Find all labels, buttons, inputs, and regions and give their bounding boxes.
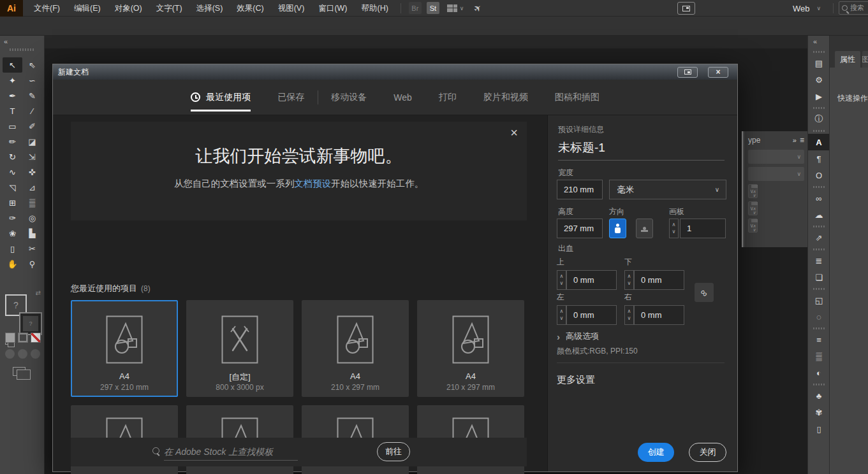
rectangle-tool[interactable]: ▭: [3, 118, 22, 134]
dialog-close-button[interactable]: ×: [708, 67, 728, 78]
character-icon[interactable]: A: [808, 134, 830, 150]
perspective-grid-tool[interactable]: ⊿: [22, 180, 42, 195]
draw-normal-button[interactable]: [5, 349, 15, 359]
column-graph-tool[interactable]: ▙: [22, 226, 42, 241]
bleed-stepper[interactable]: ∧∨: [624, 305, 634, 325]
stock-search-input[interactable]: [164, 443, 298, 461]
dialog-titlebar[interactable]: 新建文档 ×: [53, 64, 737, 80]
swap-fill-stroke-icon[interactable]: ⇄: [36, 289, 41, 296]
transparency-icon[interactable]: ◐: [808, 364, 830, 381]
menu-item[interactable]: 选择(S): [189, 0, 230, 17]
lasso-tool[interactable]: ∽: [22, 73, 42, 88]
recent-item[interactable]: [自定] 800 x 3000 px: [186, 300, 293, 397]
export-icon[interactable]: ⇗: [808, 229, 830, 246]
links-icon[interactable]: ∞: [808, 190, 830, 206]
curvature-tool[interactable]: ✎: [22, 88, 42, 103]
dialog-tab[interactable]: 移动设备: [331, 80, 367, 115]
expand-panel-icon[interactable]: »: [793, 136, 796, 144]
menu-item[interactable]: 文字(T): [149, 0, 189, 17]
width-tool[interactable]: ∿: [3, 164, 22, 180]
grip-handle[interactable]: [10, 48, 35, 51]
tab-properties[interactable]: 属性: [835, 51, 860, 68]
panel-field[interactable]: ∧∨ ∨: [748, 184, 758, 198]
screen-mode-button[interactable]: [13, 367, 26, 376]
paragraph-icon[interactable]: ¶: [808, 150, 830, 167]
bridge-icon[interactable]: Br: [409, 2, 422, 14]
tab-layers-partial[interactable]: 图: [862, 51, 868, 68]
bleed-stepper[interactable]: ∧∨: [624, 270, 634, 290]
pathfinder-icon[interactable]: ❏: [808, 269, 830, 285]
gradient-panel-icon[interactable]: ▒: [808, 348, 830, 364]
gpu-performance-icon[interactable]: ✈: [472, 2, 484, 15]
color-button[interactable]: [5, 333, 15, 343]
bleed-value-input[interactable]: 0 mm: [566, 270, 617, 290]
info-icon[interactable]: ⓘ: [808, 111, 830, 127]
paintbrush-tool[interactable]: ✐: [22, 118, 42, 134]
close-button[interactable]: 关闭: [689, 443, 726, 462]
opentype-icon[interactable]: O: [808, 167, 830, 183]
selection-preview-icon[interactable]: ◌: [808, 308, 830, 325]
menu-item[interactable]: 编辑(E): [67, 0, 108, 17]
panel-menu-icon[interactable]: ≡: [800, 136, 804, 145]
menu-item[interactable]: 文件(F): [27, 0, 67, 17]
artboards-icon[interactable]: ▯: [808, 420, 830, 437]
slice-tool[interactable]: ✂: [22, 241, 42, 256]
stroke-icon[interactable]: ≡: [808, 331, 830, 348]
dialog-tab[interactable]: 最近使用项: [191, 80, 251, 115]
collapse-dock-icon[interactable]: «: [813, 38, 816, 45]
zoom-tool[interactable]: ⚲: [22, 256, 42, 271]
dialog-tab[interactable]: 打印: [439, 80, 457, 115]
stroke-swatch[interactable]: ?: [20, 313, 41, 334]
symbol-sprayer-tool[interactable]: ❀: [3, 226, 22, 241]
dialog-tab[interactable]: 图稿和插图: [555, 80, 600, 115]
selection-tool[interactable]: ↖: [3, 57, 22, 73]
link-bleed-values-button[interactable]: ∞: [695, 283, 714, 302]
menu-item[interactable]: 帮助(H): [355, 0, 395, 17]
dialog-tab[interactable]: Web: [394, 80, 412, 115]
panel-field[interactable]: ∧∨ ∨: [748, 201, 758, 215]
create-button[interactable]: 创建: [638, 443, 674, 462]
workspace-switcher[interactable]: Web ∨: [793, 0, 823, 17]
dialog-restore-button[interactable]: [677, 67, 698, 78]
shear-tool[interactable]: ◹: [3, 180, 22, 195]
magic-wand-tool[interactable]: ✦: [3, 73, 22, 88]
panel-field[interactable]: ∧∨ ∨: [748, 219, 758, 233]
line-segment-tool[interactable]: ∕: [22, 103, 42, 118]
menu-item[interactable]: 窗口(W): [311, 0, 354, 17]
gradient-tool[interactable]: ▒: [22, 195, 42, 210]
brushes-icon[interactable]: ✾: [808, 404, 830, 420]
scale-tool[interactable]: ⇲: [22, 149, 42, 164]
app-search[interactable]: 搜索: [839, 1, 868, 15]
align-icon[interactable]: ≣: [808, 252, 830, 269]
hero-close-icon[interactable]: ×: [510, 126, 518, 140]
type-tool[interactable]: T: [3, 103, 22, 118]
rotate-tool[interactable]: ↻: [3, 149, 22, 164]
draw-inside-button[interactable]: [31, 349, 40, 359]
bleed-stepper[interactable]: ∧∨: [557, 270, 566, 290]
advanced-options-toggle[interactable]: › 高级选项: [557, 331, 599, 342]
bleed-value-input[interactable]: 0 mm: [634, 270, 684, 290]
hand-tool[interactable]: ✋: [3, 256, 22, 271]
play-icon[interactable]: ▶: [808, 88, 830, 104]
dialog-tab[interactable]: 已保存: [277, 80, 304, 115]
more-settings-button[interactable]: 更多设置: [557, 374, 595, 386]
shaper-tool[interactable]: ✏: [3, 134, 22, 149]
symbols-icon[interactable]: ♣: [808, 387, 830, 404]
gradient-button[interactable]: [18, 333, 28, 343]
collapse-toolbar-icon[interactable]: «: [4, 38, 6, 45]
puppet-warp-tool[interactable]: ✜: [22, 164, 42, 180]
menu-item[interactable]: 效果(C): [230, 0, 270, 17]
go-button[interactable]: 前往: [377, 442, 410, 461]
blend-tool[interactable]: ◎: [22, 210, 42, 226]
mesh-tool[interactable]: ⊞: [3, 195, 22, 210]
arrange-grid-icon[interactable]: [447, 4, 457, 12]
recent-item[interactable]: A4 210 x 297 mm: [302, 300, 409, 397]
menu-item[interactable]: 视图(V): [271, 0, 312, 17]
recent-item[interactable]: A4 297 x 210 mm: [71, 300, 178, 397]
panel-field[interactable]: ∧∨ ∨: [748, 150, 804, 164]
eyedropper-tool[interactable]: ✑: [3, 210, 22, 226]
libraries-icon[interactable]: ▤: [808, 55, 830, 71]
bleed-stepper[interactable]: ∧∨: [557, 305, 566, 325]
panel-field[interactable]: ∧∨ ∨: [748, 167, 804, 181]
pen-tool[interactable]: ✒: [3, 88, 22, 103]
